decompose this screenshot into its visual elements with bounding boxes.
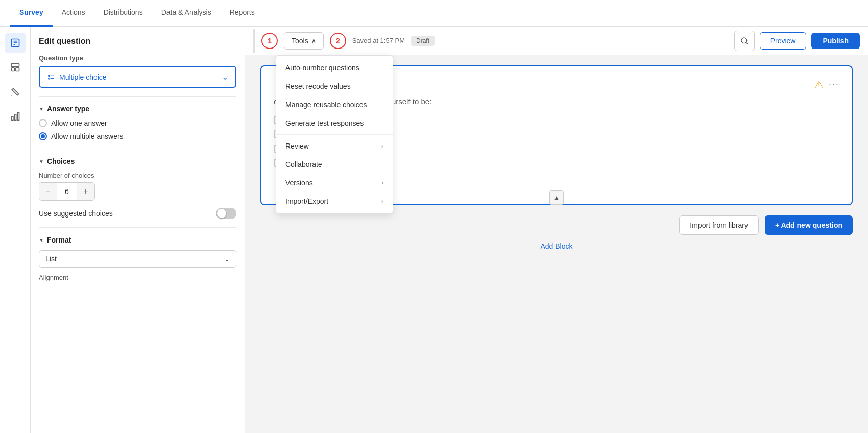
radio-one-label: Allow one answer (51, 119, 107, 127)
sidebar-survey-icon[interactable] (5, 33, 26, 53)
draft-badge: Draft (411, 36, 435, 46)
answer-type-header[interactable]: ▼ Answer type (39, 105, 236, 113)
dropdown-reset-recode[interactable]: Reset recode values (276, 77, 393, 95)
svg-rect-4 (11, 64, 19, 67)
divider-3 (39, 227, 236, 228)
tab-reports[interactable]: Reports (221, 0, 264, 27)
dropdown-versions[interactable]: Versions › (276, 174, 393, 192)
svg-point-10 (49, 75, 50, 77)
toolbar: 1 Tools ∧ 2 Saved at 1:57 PM Draft Auto-… (245, 27, 868, 55)
choices-section: ▼ Choices Number of choices − 6 + Use su… (39, 157, 236, 219)
dropdown-auto-number-label: Auto-number questions (285, 64, 359, 72)
svg-rect-6 (15, 68, 19, 71)
question-type-select[interactable]: Multiple choice ⌄ (39, 66, 236, 88)
format-chevron: ⌄ (224, 255, 230, 263)
tools-dropdown: Auto-number questions Reset recode value… (276, 55, 393, 214)
publish-button[interactable]: Publish (811, 33, 860, 49)
dropdown-divider (276, 134, 393, 135)
collapse-button[interactable]: ▲ (549, 190, 564, 205)
use-suggested-label: Use suggested choices (39, 209, 113, 218)
search-button[interactable] (734, 31, 755, 51)
sidebar-layout-icon[interactable] (5, 57, 26, 78)
use-suggested-toggle[interactable] (216, 208, 236, 219)
icon-sidebar (0, 27, 31, 433)
top-nav: Survey Actions Distributions Data & Anal… (0, 0, 868, 27)
tab-actions[interactable]: Actions (53, 0, 94, 27)
dropdown-import-export-chevron: › (381, 198, 383, 205)
divider-1 (39, 96, 236, 97)
sidebar-paint-icon[interactable] (5, 82, 26, 102)
sidebar-chart-icon[interactable] (5, 106, 26, 127)
main-content: 1 Tools ∧ 2 Saved at 1:57 PM Draft Auto-… (245, 27, 868, 433)
toolbar-divider (253, 29, 255, 53)
svg-point-12 (49, 78, 50, 79)
panel-title: Edit question (39, 37, 236, 46)
step-1-label: 1 (268, 36, 272, 45)
dropdown-review[interactable]: Review › (276, 137, 393, 155)
stepper-plus[interactable]: + (77, 183, 94, 200)
tab-data-analysis[interactable]: Data & Analysis (152, 0, 221, 27)
dropdown-review-chevron: › (381, 142, 383, 150)
tools-button[interactable]: Tools ∧ (284, 32, 324, 50)
dropdown-versions-label: Versions (285, 179, 313, 187)
answer-type-arrow: ▼ (39, 106, 44, 112)
step-1-badge: 1 (261, 33, 278, 49)
number-stepper[interactable]: − 6 + (39, 182, 95, 201)
dropdown-import-export[interactable]: Import/Export › (276, 192, 393, 210)
saved-text: Saved at 1:57 PM (352, 37, 405, 44)
format-value: List (45, 255, 57, 263)
radio-one-answer[interactable]: Allow one answer (39, 119, 236, 127)
bottom-action-bar: Import from library + Add new question (260, 215, 853, 235)
tools-chevron: ∧ (311, 37, 316, 44)
choices-label: Choices (47, 157, 75, 165)
warning-icon: ⚠ (814, 79, 824, 91)
svg-point-14 (741, 38, 747, 43)
dropdown-generate-test[interactable]: Generate test responses (276, 114, 393, 132)
question-type-chevron: ⌄ (222, 72, 228, 82)
dropdown-versions-chevron: › (381, 179, 383, 186)
dropdown-collaborate[interactable]: Collaborate (276, 155, 393, 174)
toggle-knob (217, 209, 226, 218)
import-library-button[interactable]: Import from library (679, 215, 759, 235)
tab-survey[interactable]: Survey (10, 0, 53, 27)
question-type-left: Multiple choice (47, 73, 107, 81)
svg-rect-5 (11, 68, 14, 71)
dropdown-review-label: Review (285, 142, 309, 150)
radio-circle-one (39, 119, 47, 127)
app-layout: Edit question Question type Multiple cho… (0, 27, 868, 433)
choices-header[interactable]: ▼ Choices (39, 157, 236, 165)
number-of-choices-label: Number of choices (39, 172, 236, 179)
svg-rect-7 (11, 116, 13, 121)
dropdown-manage-reusable-label: Manage reusable choices (285, 101, 367, 109)
question-type-label: Question type (39, 54, 236, 62)
dropdown-auto-number[interactable]: Auto-number questions (276, 59, 393, 77)
add-block-link[interactable]: Add Block (540, 242, 572, 250)
format-header[interactable]: ▼ Format (39, 236, 236, 244)
radio-multiple-answers[interactable]: Allow multiple answers (39, 132, 236, 140)
use-suggested-row: Use suggested choices (39, 208, 236, 219)
radio-multiple-label: Allow multiple answers (51, 132, 124, 140)
question-type-value: Multiple choice (59, 73, 107, 81)
add-block-row: Add Block (260, 235, 853, 257)
preview-button[interactable]: Preview (760, 32, 807, 50)
more-options-button[interactable]: ··· (829, 79, 839, 91)
answer-type-label: Answer type (47, 105, 89, 113)
add-question-button[interactable]: + Add new question (765, 215, 853, 235)
stepper-minus[interactable]: − (39, 183, 57, 200)
answer-type-section: ▼ Answer type Allow one answer Allow mul… (39, 105, 236, 140)
tab-distributions[interactable]: Distributions (94, 0, 152, 27)
collapse-area: ▲ (549, 190, 564, 205)
format-arrow: ▼ (39, 237, 44, 243)
svg-line-15 (746, 42, 748, 44)
dropdown-import-export-label: Import/Export (285, 197, 328, 205)
left-panel: Edit question Question type Multiple cho… (31, 27, 245, 433)
svg-rect-8 (14, 114, 16, 121)
toolbar-right: Preview Publish (734, 31, 860, 51)
step-2-label: 2 (336, 36, 340, 45)
dropdown-manage-reusable[interactable]: Manage reusable choices (276, 95, 393, 114)
alignment-label: Alignment (39, 274, 236, 281)
dropdown-generate-test-label: Generate test responses (285, 119, 364, 127)
tools-label: Tools (292, 37, 308, 45)
choices-arrow: ▼ (39, 159, 44, 164)
format-select[interactable]: List ⌄ (39, 250, 236, 268)
